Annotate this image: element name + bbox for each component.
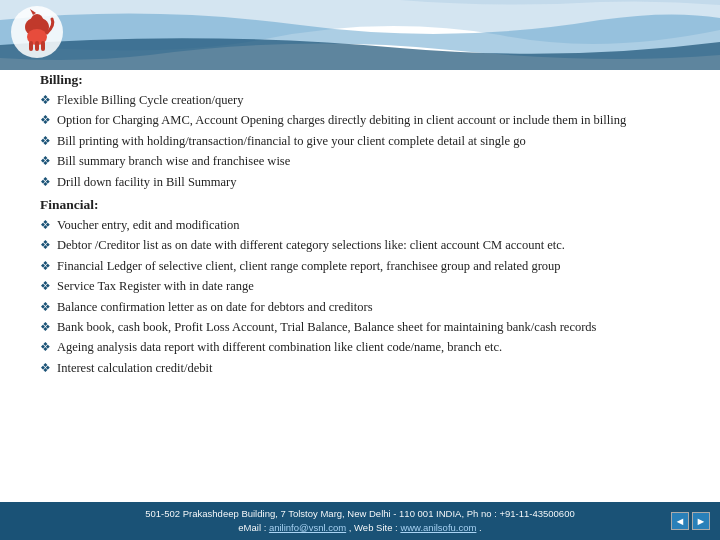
- list-item-text: Voucher entry, edit and modification: [57, 216, 240, 234]
- bullet-icon: ❖: [40, 360, 51, 377]
- footer-mid: , Web Site :: [346, 522, 400, 533]
- list-item-text: Flexible Billing Cycle creation/query: [57, 91, 243, 109]
- list-item-text: Bill printing with holding/transaction/f…: [57, 132, 526, 150]
- list-item-text: Option for Charging AMC, Account Opening…: [57, 111, 626, 129]
- bullet-icon: ❖: [40, 217, 51, 234]
- svg-rect-6: [41, 41, 45, 51]
- header-wave-svg: [0, 0, 720, 70]
- footer-suffix: .: [476, 522, 481, 533]
- bullet-icon: ❖: [40, 278, 51, 295]
- list-item-text: Ageing analysis data report with differe…: [57, 338, 502, 356]
- bullet-icon: ❖: [40, 339, 51, 356]
- billing-section: Billing: ❖Flexible Billing Cycle creatio…: [40, 72, 680, 191]
- list-item-text: Financial Ledger of selective client, cl…: [57, 257, 561, 275]
- list-item-text: Drill down facility in Bill Summary: [57, 173, 237, 191]
- footer-text: 501-502 Prakashdeep Building, 7 Tolstoy …: [145, 507, 574, 536]
- svg-point-3: [31, 14, 43, 26]
- list-item: ❖Bill summary branch wise and franchisee…: [40, 152, 680, 170]
- financial-section: Financial: ❖Voucher entry, edit and modi…: [40, 197, 680, 377]
- list-item: ❖Debtor /Creditor list as on date with d…: [40, 236, 680, 254]
- list-item: ❖Service Tax Register with in date range: [40, 277, 680, 295]
- bullet-icon: ❖: [40, 258, 51, 275]
- list-item: ❖Option for Charging AMC, Account Openin…: [40, 111, 680, 129]
- list-item: ❖Financial Ledger of selective client, c…: [40, 257, 680, 275]
- list-item-text: Debtor /Creditor list as on date with di…: [57, 236, 565, 254]
- bullet-icon: ❖: [40, 112, 51, 129]
- list-item: ❖Flexible Billing Cycle creation/query: [40, 91, 680, 109]
- footer-email[interactable]: anilinfo@vsnl.com: [269, 522, 346, 533]
- footer-email-prefix: eMail :: [238, 522, 269, 533]
- list-item: ❖Balance confirmation letter as on date …: [40, 298, 680, 316]
- billing-list: ❖Flexible Billing Cycle creation/query❖O…: [40, 91, 680, 191]
- bullet-icon: ❖: [40, 319, 51, 336]
- bullet-icon: ❖: [40, 174, 51, 191]
- list-item-text: Service Tax Register with in date range: [57, 277, 254, 295]
- list-item-text: Bill summary branch wise and franchisee …: [57, 152, 290, 170]
- logo: [10, 5, 65, 60]
- main-content: Billing: ❖Flexible Billing Cycle creatio…: [40, 72, 680, 495]
- bullet-icon: ❖: [40, 133, 51, 150]
- billing-heading: Billing:: [40, 72, 680, 88]
- footer-website[interactable]: www.anilsofu.com: [400, 522, 476, 533]
- bullet-icon: ❖: [40, 92, 51, 109]
- footer: 501-502 Prakashdeep Building, 7 Tolstoy …: [0, 502, 720, 540]
- svg-rect-5: [35, 41, 39, 51]
- list-item: ❖Ageing analysis data report with differ…: [40, 338, 680, 356]
- bullet-icon: ❖: [40, 237, 51, 254]
- bullet-icon: ❖: [40, 153, 51, 170]
- financial-list: ❖Voucher entry, edit and modification❖De…: [40, 216, 680, 377]
- list-item-text: Balance confirmation letter as on date f…: [57, 298, 373, 316]
- list-item: ❖Voucher entry, edit and modification: [40, 216, 680, 234]
- list-item-text: Bank book, cash book, Profit Loss Accoun…: [57, 318, 596, 336]
- logo-svg: [10, 5, 65, 60]
- list-item-text: Interest calculation credit/debit: [57, 359, 213, 377]
- svg-rect-4: [29, 41, 33, 51]
- header: [0, 0, 720, 70]
- prev-button[interactable]: ◄: [671, 512, 689, 530]
- bullet-icon: ❖: [40, 299, 51, 316]
- financial-heading: Financial:: [40, 197, 680, 213]
- next-button[interactable]: ►: [692, 512, 710, 530]
- footer-navigation: ◄ ►: [671, 512, 710, 530]
- list-item: ❖Drill down facility in Bill Summary: [40, 173, 680, 191]
- footer-line1: 501-502 Prakashdeep Building, 7 Tolstoy …: [145, 508, 574, 519]
- list-item: ❖Interest calculation credit/debit: [40, 359, 680, 377]
- list-item: ❖Bank book, cash book, Profit Loss Accou…: [40, 318, 680, 336]
- list-item: ❖Bill printing with holding/transaction/…: [40, 132, 680, 150]
